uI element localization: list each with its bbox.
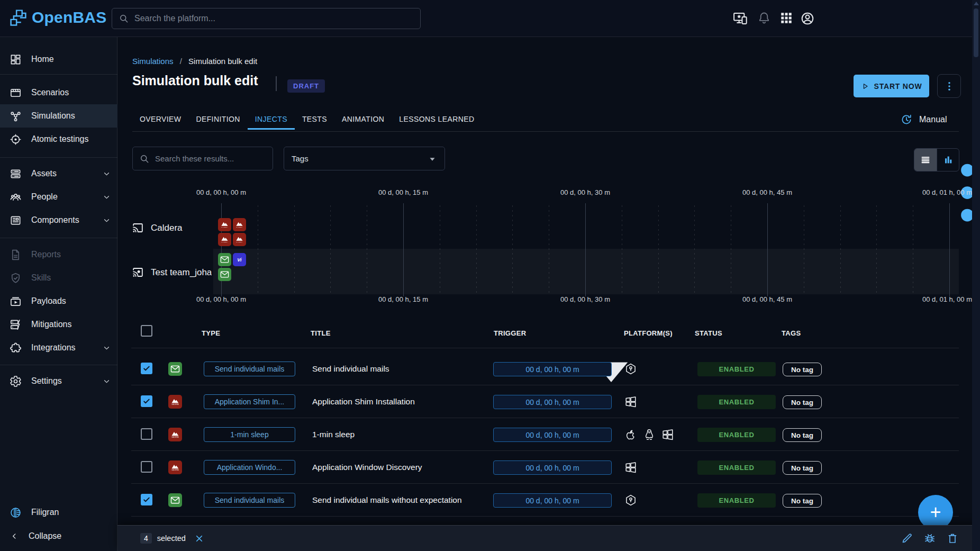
- column-header-tags[interactable]: TAGS: [782, 329, 801, 337]
- timeline-inject-caldera-icon[interactable]: [233, 218, 246, 231]
- tab-injects[interactable]: INJECTS: [248, 108, 295, 130]
- timeline-inject-caldera-icon[interactable]: [218, 233, 231, 246]
- row-checkbox[interactable]: [141, 494, 152, 505]
- vertical-scrollbar[interactable]: [972, 0, 980, 551]
- bulk-test-bug-icon[interactable]: [923, 532, 936, 545]
- table-row[interactable]: Send individual mails Send individual ma…: [117, 353, 980, 385]
- agents-devices-icon[interactable]: [733, 11, 748, 26]
- sidebar-item-scenarios[interactable]: Scenarios: [0, 81, 117, 104]
- sidebar-item-simulations[interactable]: Simulations: [0, 104, 117, 128]
- inject-type-chip[interactable]: Send individual mails: [204, 493, 295, 508]
- trigger-chip[interactable]: 00 d, 00 h, 00 m: [493, 428, 612, 442]
- chart-view-toggle[interactable]: [937, 149, 959, 171]
- tab-lessons-learned[interactable]: LESSONS LEARNED: [392, 108, 482, 130]
- windows-platform-icon: [661, 428, 674, 441]
- table-row[interactable]: Application Windo... Application Window …: [117, 451, 980, 484]
- sidebar-item-integrations[interactable]: Integrations: [0, 336, 117, 359]
- sidebar-item-people[interactable]: People: [0, 185, 117, 209]
- apps-grid-icon[interactable]: [779, 11, 794, 26]
- results-search-input[interactable]: [155, 154, 266, 163]
- column-header-type[interactable]: TYPE: [202, 329, 220, 337]
- row-checkbox[interactable]: [141, 363, 152, 374]
- logo-text[interactable]: OpenBAS: [32, 8, 106, 26]
- sidebar-item-home[interactable]: Home: [0, 48, 117, 71]
- toolbar-more-menu[interactable]: [888, 153, 901, 166]
- axis-label: 00 d, 00 h, 15 m: [378, 188, 428, 196]
- row-more-menu[interactable]: [927, 428, 940, 441]
- timeline-row-team: Test team_joha: [131, 266, 214, 279]
- scrollbar-thumb[interactable]: [974, 8, 978, 57]
- start-now-button[interactable]: START NOW: [854, 75, 929, 97]
- row-checkbox[interactable]: [141, 395, 152, 407]
- status-badge: ENABLED: [697, 362, 776, 376]
- sidebar-item-label: Skills: [31, 273, 51, 283]
- tab-overview[interactable]: OVERVIEW: [132, 108, 188, 130]
- inject-type-chip[interactable]: Application Shim In...: [204, 394, 295, 409]
- row-more-menu[interactable]: [927, 461, 940, 474]
- inject-type-chip[interactable]: 1-min sleep: [204, 427, 295, 442]
- sidebar-item-atomic-testings[interactable]: Atomic testings: [0, 128, 117, 151]
- header-more-menu-button[interactable]: [937, 74, 961, 98]
- platform-search[interactable]: [112, 8, 421, 29]
- trigger-chip[interactable]: 00 d, 00 h, 00 m: [493, 493, 612, 508]
- column-header-platforms[interactable]: PLATFORM(S): [624, 329, 673, 337]
- breadcrumb-simulations-link[interactable]: Simulations: [132, 57, 174, 66]
- scrollbar-up-arrow[interactable]: [974, 2, 979, 5]
- row-more-menu[interactable]: [927, 363, 940, 375]
- collapse-label: Collapse: [29, 531, 61, 541]
- timeline-inject-email-icon[interactable]: [218, 268, 231, 281]
- trigger-chip[interactable]: 00 d, 00 h, 00 m: [493, 395, 612, 409]
- sidebar: Home Scenarios Simulations Atomic testin…: [0, 37, 117, 551]
- sidebar-item-label: Integrations: [31, 343, 76, 353]
- chevron-down-icon: [102, 377, 111, 386]
- select-all-checkbox[interactable]: [141, 325, 152, 337]
- table-row[interactable]: 1-min sleep 1-min sleep 00 d, 00 h, 00 m…: [117, 418, 980, 451]
- sidebar-item-mitigations[interactable]: Mitigations: [0, 313, 117, 336]
- tab-animation[interactable]: ANIMATION: [334, 108, 392, 130]
- status-badge: ENABLED: [697, 493, 776, 508]
- tags-filter-select[interactable]: Tags: [284, 147, 445, 170]
- tab-definition[interactable]: DEFINITION: [188, 108, 247, 130]
- notifications-bell-icon[interactable]: [757, 11, 772, 26]
- bulk-edit-pencil-icon[interactable]: [901, 532, 913, 545]
- sidebar-filigran-brand[interactable]: Filigran: [0, 501, 117, 524]
- sidebar-item-payloads[interactable]: Payloads: [0, 290, 117, 313]
- sidebar-item-assets[interactable]: Assets: [0, 162, 117, 185]
- column-header-trigger[interactable]: TRIGGER: [494, 329, 526, 337]
- inject-type-chip[interactable]: Application Windo...: [204, 460, 295, 475]
- timeline-inject-caldera-icon[interactable]: [233, 233, 246, 246]
- sidebar-item-label: People: [31, 192, 58, 202]
- table-row[interactable]: Send individual mails Send individual ma…: [117, 484, 980, 517]
- inject-type-chip[interactable]: Send individual mails: [204, 362, 295, 376]
- results-search[interactable]: [132, 147, 273, 170]
- column-header-title[interactable]: TITLE: [311, 329, 331, 337]
- windows-platform-icon: [624, 461, 637, 474]
- clear-selection-icon[interactable]: [194, 534, 204, 544]
- timeline-inject-email-icon[interactable]: [218, 253, 231, 266]
- timeline-inject-caldera-icon[interactable]: [218, 218, 231, 231]
- list-view-toggle[interactable]: [914, 149, 937, 171]
- account-icon[interactable]: [800, 11, 815, 26]
- sidebar-item-components[interactable]: Components: [0, 209, 117, 232]
- sidebar-item-label: Mitigations: [31, 320, 71, 329]
- platform-search-input[interactable]: [134, 14, 414, 23]
- inject-title: Send individual mails: [312, 364, 389, 374]
- sort-descending-icon[interactable]: [532, 329, 541, 338]
- axis-label: 00 d, 00 h, 45 m: [742, 295, 792, 303]
- column-header-status[interactable]: STATUS: [695, 329, 722, 337]
- bulk-delete-trash-icon[interactable]: [946, 532, 959, 545]
- sidebar-collapse-button[interactable]: Collapse: [0, 525, 117, 548]
- page-title: Simulation bulk edit: [132, 73, 258, 88]
- update-mode[interactable]: Manual: [900, 113, 947, 126]
- row-checkbox[interactable]: [141, 461, 152, 473]
- trigger-chip[interactable]: 00 d, 00 h, 00 m: [493, 460, 612, 475]
- row-checkbox[interactable]: [141, 428, 152, 440]
- table-row[interactable]: Application Shim In... Application Shim …: [117, 385, 980, 418]
- trigger-chip[interactable]: 00 d, 00 h, 00 m: [493, 362, 612, 376]
- timeline-inject-implant-icon[interactable]: [233, 253, 246, 266]
- openbas-logo-icon[interactable]: [6, 6, 31, 32]
- tab-tests[interactable]: TESTS: [295, 108, 334, 130]
- search-icon: [139, 153, 150, 164]
- sidebar-item-settings[interactable]: Settings: [0, 369, 117, 393]
- row-more-menu[interactable]: [927, 395, 940, 408]
